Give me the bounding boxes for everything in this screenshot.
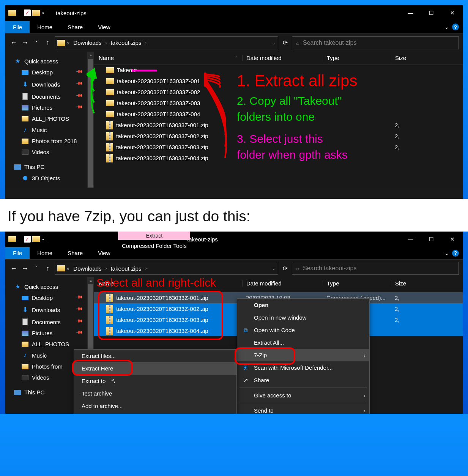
sidebar-music[interactable]: ♪Music [5, 124, 87, 136]
breadcrumb-current[interactable]: takeout-zips [109, 39, 144, 46]
sidebar-scrollbar[interactable]: ▴ [87, 52, 94, 188]
nav-up-button[interactable]: ↑ [43, 39, 52, 47]
file-row[interactable]: takeout-20230320T163033Z-003 [94, 98, 463, 109]
file-row[interactable]: takeout-20230320T163033Z-001.zip2, [94, 120, 463, 131]
ribbon-collapse-icon[interactable]: ⌄ [444, 24, 449, 30]
close-button[interactable]: ✕ [442, 232, 463, 247]
minimize-button[interactable]: — [400, 232, 421, 247]
view-tab[interactable]: View [90, 247, 118, 259]
sidebar-all-photos[interactable]: ALL_PHOTOS [5, 113, 87, 124]
explorer-window-top: ✓ ▾ takeout-zips — ☐ ✕ File Home Share V… [5, 5, 463, 199]
ctx-compress-email[interactable]: Compress and email [74, 412, 236, 414]
search-placeholder: Search takeout-zips [303, 39, 356, 46]
help-button[interactable]: ? [452, 24, 459, 30]
search-input[interactable]: ⌕ Search takeout-zips [292, 262, 459, 275]
col-date[interactable]: Date modified [242, 55, 323, 61]
ctx-send-to[interactable]: Send to› [237, 404, 369, 414]
file-row[interactable]: takeout-20230320T163033Z-004 [94, 109, 463, 120]
file-row[interactable]: takeout-20230320T163033Z-004.zip [94, 153, 463, 164]
chevron-right-icon: › [364, 392, 366, 399]
breadcrumb-downloads[interactable]: Downloads [71, 265, 104, 272]
ctx-extract-to[interactable]: Extract to *\ [74, 375, 236, 387]
pin-icon: 📌 [76, 317, 85, 327]
extract-tab[interactable]: Compressed Folder Tools [117, 240, 191, 252]
file-name: takeout-20230320T163033Z-002 [117, 89, 200, 95]
ql-properties-icon[interactable]: ✓ [24, 9, 31, 16]
breadcrumb-downloads[interactable]: Downloads [71, 39, 104, 46]
ctx-open-new-window[interactable]: Open in new window [237, 311, 369, 324]
ctx-open[interactable]: Open [237, 299, 369, 311]
breadcrumb-current[interactable]: takeout-zips [109, 265, 144, 272]
maximize-button[interactable]: ☐ [421, 232, 442, 247]
sidebar-quick-access[interactable]: ★Quick access [5, 281, 87, 292]
nav-back-button[interactable]: ← [9, 39, 18, 47]
maximize-button[interactable]: ☐ [421, 5, 442, 20]
file-row[interactable]: Takeout [94, 65, 463, 76]
sidebar-desktop[interactable]: Desktop📌 [5, 292, 87, 303]
nav-back-button[interactable]: ← [9, 265, 18, 273]
file-row[interactable]: takeout-20230320T163033Z-001 [94, 76, 463, 87]
file-tab[interactable]: File [5, 247, 30, 259]
sidebar-3d-objects[interactable]: ⬢3D Objects [5, 172, 87, 184]
sidebar-all-photos[interactable]: ALL_PHOTOS [5, 339, 87, 350]
share-tab[interactable]: Share [60, 247, 90, 259]
ctx-give-access[interactable]: Give access to› [237, 389, 369, 402]
minimize-button[interactable]: — [400, 5, 421, 20]
address-bar[interactable]: « Downloads › takeout-zips › ⌄ [55, 262, 278, 275]
ql-dropdown-icon[interactable]: ▾ [42, 11, 44, 15]
ribbon-collapse-icon[interactable]: ⌄ [444, 250, 449, 256]
ctx-share[interactable]: ↗Share [237, 374, 369, 386]
ql-properties-icon[interactable]: ✓ [24, 236, 31, 243]
refresh-button[interactable]: ⟳ [280, 39, 290, 46]
chevron-right-icon[interactable]: › [106, 40, 107, 46]
help-button[interactable]: ? [452, 250, 459, 257]
refresh-button[interactable]: ⟳ [280, 265, 290, 272]
sidebar-downloads[interactable]: ⬇Downloads📌 [5, 303, 87, 316]
nav-history-dropdown[interactable]: ˅ [32, 40, 41, 46]
ql-folder2-icon[interactable] [32, 236, 40, 242]
nav-up-button[interactable]: ↑ [43, 265, 52, 273]
sidebar-pictures[interactable]: Pictures📌 [5, 328, 87, 339]
close-button[interactable]: ✕ [442, 5, 463, 20]
sidebar-this-pc[interactable]: This PC [5, 161, 87, 172]
nav-forward-button[interactable]: → [20, 265, 30, 273]
sidebar-desktop[interactable]: Desktop📌 [5, 67, 87, 78]
pin-icon: 📌 [76, 92, 85, 101]
sidebar-documents[interactable]: Documents📌 [5, 91, 87, 102]
file-row[interactable]: takeout-20230320T163033Z-002.zip2, [94, 131, 463, 142]
home-tab[interactable]: Home [30, 21, 60, 33]
chevron-right-icon[interactable]: › [145, 40, 147, 46]
file-tab[interactable]: File [5, 21, 30, 33]
ql-dropdown-icon[interactable]: ▾ [42, 237, 44, 241]
share-tab[interactable]: Share [60, 21, 90, 33]
nav-history-dropdown[interactable]: ˅ [32, 266, 41, 271]
ctx-open-with-code[interactable]: ⧉Open with Code [237, 324, 369, 336]
addr-overflow[interactable]: « [66, 39, 69, 46]
ql-folder2-icon[interactable] [32, 10, 40, 16]
address-bar[interactable]: « Downloads › takeout-zips › ⌄ [55, 36, 278, 49]
column-headers[interactable]: Name⌃ Date modified Type Size [94, 52, 463, 65]
view-tab[interactable]: View [90, 21, 118, 33]
file-row[interactable]: takeout-20230320T163033Z-002 [94, 87, 463, 98]
col-name[interactable]: Name [99, 55, 114, 61]
pin-icon: 📌 [76, 328, 85, 338]
col-type[interactable]: Type [323, 55, 391, 61]
file-row[interactable]: takeout-20230320T163033Z-003.zip2, [94, 142, 463, 153]
addr-dropdown-icon[interactable]: ⌄ [272, 40, 276, 46]
7zip-submenu: Extract files... Extract Here Extract to… [74, 349, 237, 414]
ctx-add-archive[interactable]: Add to archive... [74, 400, 236, 412]
sidebar-photos-2018[interactable]: Photos from 2018 [5, 136, 87, 147]
sidebar-quick-access[interactable]: ★Quick access [5, 55, 87, 67]
search-input[interactable]: ⌕ Search takeout-zips [292, 36, 459, 49]
home-tab[interactable]: Home [30, 247, 60, 259]
sidebar-pictures[interactable]: Pictures📌 [5, 102, 87, 113]
addr-dropdown-icon[interactable]: ⌄ [272, 266, 276, 271]
folder-icon [106, 67, 114, 73]
sidebar-downloads[interactable]: ⬇Downloads📌 [5, 78, 87, 91]
sidebar-documents[interactable]: Documents📌 [5, 316, 87, 328]
ctx-test-archive[interactable]: Test archive [74, 387, 236, 400]
col-size[interactable]: Size [391, 55, 463, 61]
nav-forward-button[interactable]: → [20, 39, 30, 47]
sidebar-videos[interactable]: Videos [5, 147, 87, 158]
column-headers[interactable]: Name Date modified Type Size [94, 277, 463, 290]
